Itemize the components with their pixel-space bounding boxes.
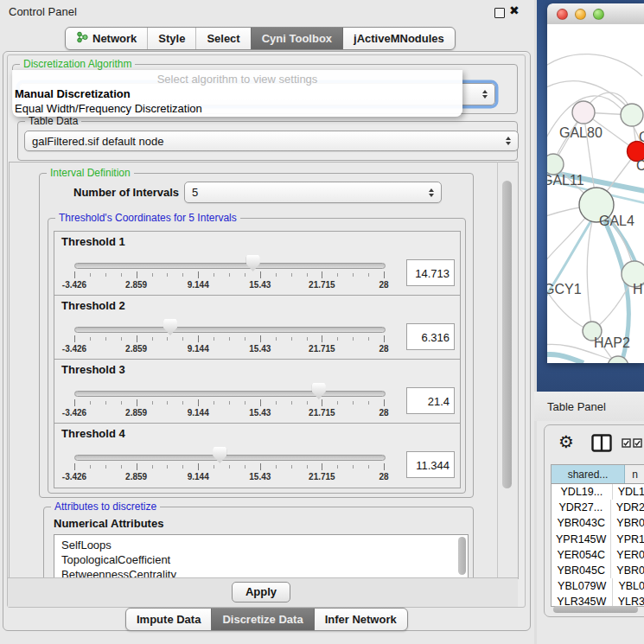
split-columns-icon[interactable] — [591, 434, 612, 456]
tab-impute-data[interactable]: Impute Data — [126, 609, 211, 630]
apply-button[interactable]: Apply — [232, 582, 290, 603]
list-item[interactable]: SelfLoops — [54, 535, 468, 552]
tab-network[interactable]: Network — [66, 28, 147, 49]
node[interactable] — [572, 101, 595, 124]
table-cell[interactable]: YBL0 — [613, 578, 644, 594]
combobox-value: galFiltered.sif default node — [32, 135, 163, 148]
close-traffic-light-icon[interactable] — [557, 9, 568, 20]
group-title: Table Data — [25, 115, 81, 127]
node-label: HAP2 — [594, 335, 630, 350]
tab-label: Cyni Toolbox — [262, 32, 332, 45]
network-window-titlebar[interactable] — [547, 3, 644, 25]
table-cell[interactable]: YLR3 — [613, 594, 644, 607]
slider-thumb[interactable] — [163, 319, 177, 335]
threshold-label: Threshold 1 — [61, 235, 125, 248]
control-panel-titlebar: Control Panel ✖ — [0, 0, 534, 22]
network-window: GAL80 GA C GAL11 GAL4 GCY1 H HAP2 — [547, 3, 644, 363]
slider-tick-labels: -3.4262.8599.14415.4321.71528 — [74, 408, 384, 418]
tab-cyni-toolbox[interactable]: Cyni Toolbox — [251, 28, 342, 49]
network-canvas[interactable]: GAL80 GA C GAL11 GAL4 GCY1 H HAP2 — [547, 24, 644, 363]
tab-discretize-data[interactable]: Discretize Data — [211, 609, 313, 630]
node-label: GAL11 — [547, 173, 584, 188]
select-columns-icon[interactable] — [622, 438, 642, 448]
table-row[interactable]: YBR045CYBR0 — [552, 563, 644, 578]
zoom-traffic-light-icon[interactable] — [593, 9, 604, 20]
node[interactable] — [621, 104, 643, 126]
bottom-tab-bar: Impute Data Discretize Data Infer Networ… — [125, 608, 408, 631]
popup-option-manual-discretization[interactable]: Manual Discretization — [15, 87, 131, 100]
table-cell[interactable]: YBR045C — [552, 563, 611, 578]
table-cell[interactable]: YBL079W — [552, 578, 613, 594]
table-cell[interactable]: YER0 — [611, 547, 644, 563]
popup-option-equal-width-frequency[interactable]: Equal Width/Frequency Discretization — [15, 102, 202, 115]
slider-thumb[interactable] — [246, 255, 260, 271]
table-cell[interactable]: YPR1 — [611, 532, 644, 547]
float-window-icon[interactable] — [494, 8, 505, 18]
table-cell[interactable]: YDR27... — [552, 500, 611, 515]
threshold-value-field[interactable]: 14.713 — [406, 259, 455, 286]
list-item[interactable]: TopologicalCoefficient — [54, 552, 468, 567]
table-cell[interactable]: YDL19... — [552, 484, 613, 500]
table-cell[interactable]: YBR0 — [611, 515, 644, 531]
threshold-value-field[interactable]: 11.344 — [406, 451, 455, 478]
column-header-shared-name[interactable]: shared... — [552, 465, 625, 483]
node[interactable] — [547, 154, 564, 175]
table-row[interactable]: YPR145WYPR1 — [552, 532, 644, 547]
table-cell[interactable]: YDL1 — [613, 484, 644, 500]
table-cell[interactable]: YBR0 — [611, 563, 644, 578]
threshold-4-row: Threshold 4 -3.4262.8599.14415.4321.7152… — [54, 423, 461, 488]
vertical-scrollbar-thumb[interactable] — [502, 181, 512, 488]
group-title: Interval Definition — [47, 167, 134, 179]
table-cell[interactable]: YDR2 — [611, 500, 644, 515]
slider-thumb[interactable] — [312, 383, 326, 399]
close-icon[interactable]: ✖ — [509, 3, 520, 17]
table-row[interactable]: YBL079WYBL0 — [552, 578, 644, 594]
threshold-3-row: Threshold 3 -3.4262.8599.14415.4321.7152… — [54, 359, 461, 424]
tab-style[interactable]: Style — [147, 28, 195, 49]
table-cell[interactable]: YPR145W — [552, 532, 611, 547]
threshold-2-row: Threshold 2 -3.4262.8599.14415.4321.7152… — [54, 295, 461, 360]
table-row[interactable]: YBR043CYBR0 — [552, 515, 644, 531]
table-cell[interactable]: YLR345W — [552, 594, 613, 607]
stepper-icon — [429, 188, 434, 197]
table-panel-header: Table Panel — [534, 392, 644, 421]
numerical-attributes-list: SelfLoops TopologicalCoefficient Between… — [54, 534, 469, 579]
number-of-intervals-combobox[interactable]: 5 — [184, 182, 442, 203]
table-row[interactable]: YER054CYER0 — [552, 547, 644, 563]
gear-icon[interactable]: ⚙ — [558, 433, 574, 450]
node-label: GA — [639, 130, 644, 144]
table-row[interactable]: YDL19...YDL1 — [552, 484, 644, 500]
panel-title: Control Panel — [9, 5, 77, 18]
node-label: GCY1 — [547, 282, 582, 296]
table-row[interactable]: YLR345WYLR3 — [552, 594, 644, 607]
checkbox-icon — [633, 438, 642, 448]
table-data-combobox[interactable]: galFiltered.sif default node — [24, 131, 519, 151]
minimize-traffic-light-icon[interactable] — [575, 9, 586, 20]
slider-thumb[interactable] — [213, 447, 226, 463]
list-scrollbar-thumb[interactable] — [458, 537, 466, 575]
table-cell[interactable]: YER054C — [552, 547, 611, 563]
tab-label: Impute Data — [137, 613, 201, 626]
horizontal-scrollbar-thumb[interactable] — [553, 606, 638, 613]
combobox-value: 5 — [192, 186, 198, 199]
group-title: Discretization Algorithm — [20, 58, 135, 70]
tab-infer-network[interactable]: Infer Network — [314, 609, 407, 630]
tab-label: Discretize Data — [222, 613, 303, 626]
control-panel-window: Control Panel ✖ Network Style — [0, 0, 534, 644]
threshold-value-field[interactable]: 6.316 — [406, 323, 455, 350]
threshold-value-field[interactable]: 21.4 — [406, 387, 455, 414]
tab-select[interactable]: Select — [195, 28, 250, 49]
number-of-intervals-label: Number of Intervals — [73, 186, 179, 199]
checkbox-icon — [622, 438, 631, 448]
table-cell[interactable]: YBR043C — [552, 515, 611, 531]
table-panel-title: Table Panel — [547, 400, 606, 413]
numerical-attributes-label: Numerical Attributes — [54, 517, 163, 530]
table-row[interactable]: YDR27...YDR2 — [552, 500, 644, 515]
tab-jactivemnodules[interactable]: jActiveMNodules — [342, 28, 455, 49]
node-label: GAL4 — [599, 214, 634, 228]
column-header-name[interactable]: n — [625, 465, 644, 483]
threshold-label: Threshold 4 — [61, 427, 125, 440]
network-icon — [76, 31, 88, 46]
node-label: C — [636, 158, 644, 173]
node-label: H — [633, 282, 643, 296]
